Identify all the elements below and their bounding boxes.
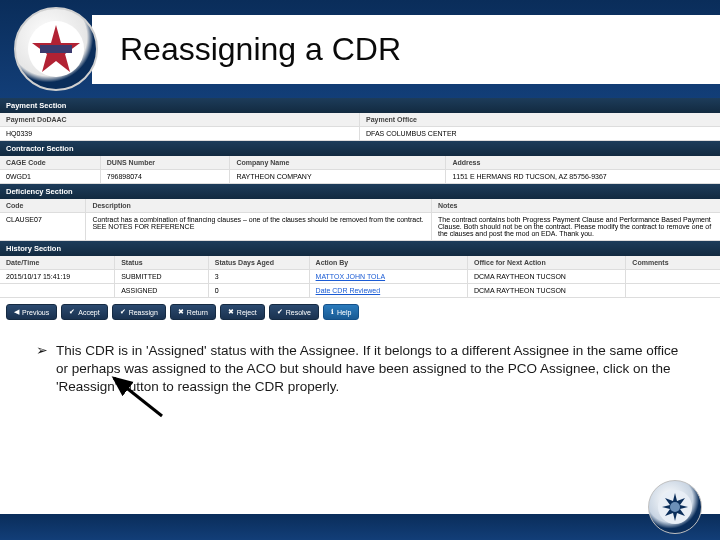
- label-company: Company Name: [230, 156, 446, 169]
- label-nextoffice: Office for Next Action: [468, 256, 626, 269]
- help-button[interactable]: ℹHelp: [323, 304, 359, 320]
- reassign-button[interactable]: ✔Reassign: [112, 304, 166, 320]
- label-payment-office: Payment Office: [360, 113, 720, 126]
- label-duns: DUNS Number: [101, 156, 231, 169]
- previous-button[interactable]: ◀Previous: [6, 304, 57, 320]
- return-button[interactable]: ✖Return: [170, 304, 216, 320]
- check-icon: ✔: [277, 308, 283, 316]
- action-button-bar: ◀Previous ✔Accept ✔Reassign ✖Return ✖Rej…: [0, 298, 720, 326]
- value-duns: 796898074: [101, 170, 231, 183]
- value-notes: The contract contains both Progress Paym…: [432, 213, 720, 240]
- accept-button[interactable]: ✔Accept: [61, 304, 107, 320]
- value-payment-dodaac: HQ0339: [0, 127, 360, 140]
- info-icon: ℹ: [331, 308, 334, 316]
- svg-line-2: [114, 378, 162, 416]
- value-description: Contract has a combination of financing …: [86, 213, 432, 240]
- resolve-button[interactable]: ✔Resolve: [269, 304, 319, 320]
- label-comments: Comments: [626, 256, 720, 269]
- arrow-left-icon: ◀: [14, 308, 19, 316]
- check-icon: ✔: [69, 308, 75, 316]
- label-address: Address: [446, 156, 720, 169]
- check-icon: ✔: [120, 308, 126, 316]
- label-days: Status Days Aged: [209, 256, 310, 269]
- label-code: Code: [0, 199, 86, 212]
- action-by-link[interactable]: Date CDR Reviewed: [310, 284, 468, 297]
- footer-band: [0, 514, 720, 540]
- svg-rect-1: [40, 45, 72, 53]
- label-notes: Notes: [432, 199, 720, 212]
- value-company: RAYTHEON COMPANY: [230, 170, 446, 183]
- value-payment-office: DFAS COLUMBUS CENTER: [360, 127, 720, 140]
- section-header-history: History Section: [0, 241, 720, 256]
- label-status: Status: [115, 256, 209, 269]
- section-header-deficiency: Deficiency Section: [0, 184, 720, 199]
- annotation-arrow: [100, 372, 180, 422]
- svg-point-4: [670, 502, 680, 512]
- value-cage: 0WGD1: [0, 170, 101, 183]
- table-row: 2015/10/17 15:41:19 SUBMITTED 3 MATTOX J…: [0, 270, 720, 284]
- dod-seal: [648, 480, 702, 534]
- value-code: CLAUSE07: [0, 213, 86, 240]
- value-address: 1151 E HERMANS RD TUCSON, AZ 85756-9367: [446, 170, 720, 183]
- page-title: Reassigning a CDR: [120, 31, 692, 68]
- label-datetime: Date/Time: [0, 256, 115, 269]
- section-header-contractor: Contractor Section: [0, 141, 720, 156]
- label-cage: CAGE Code: [0, 156, 101, 169]
- screenshot-panel: Payment Section Payment DoDAAC Payment O…: [0, 98, 720, 326]
- label-actionby: Action By: [310, 256, 468, 269]
- x-icon: ✖: [228, 308, 234, 316]
- section-header-payment: Payment Section: [0, 98, 720, 113]
- agency-seal: [14, 7, 98, 91]
- bullet-arrow-icon: ➢: [36, 342, 48, 397]
- reject-button[interactable]: ✖Reject: [220, 304, 265, 320]
- table-row: ASSIGNED 0 Date CDR Reviewed DCMA RAYTHE…: [0, 284, 720, 298]
- label-description: Description: [86, 199, 432, 212]
- x-icon: ✖: [178, 308, 184, 316]
- action-by-link[interactable]: MATTOX JOHN TOLA: [310, 270, 468, 283]
- label-payment-dodaac: Payment DoDAAC: [0, 113, 360, 126]
